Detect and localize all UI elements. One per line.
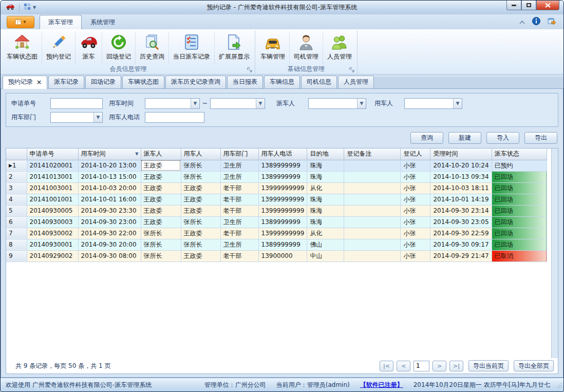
cell-remark[interactable] (344, 160, 401, 171)
cell-user[interactable]: 王政委 (181, 182, 220, 194)
cell-dispatcher[interactable]: 张所长 (141, 239, 181, 250)
col-header-order-no[interactable]: 申请单号 (27, 148, 78, 160)
cell-registrar[interactable]: 小张 (401, 171, 430, 182)
chevron-down-icon[interactable]: ▼ (453, 99, 462, 108)
cell-dept[interactable]: 老干部 (220, 228, 258, 239)
cell-destination[interactable]: 珠海 (307, 194, 344, 205)
doc-tab-5[interactable]: 当日报表 (227, 76, 263, 88)
cell-dispatcher[interactable]: 张所长 (141, 228, 181, 239)
cell-order-no[interactable]: 20141001001 (27, 194, 78, 205)
doc-tab-2[interactable]: 回场记录 (85, 76, 121, 88)
doc-tab-0[interactable]: 预约记录× (3, 76, 47, 89)
cell-use-time[interactable]: 2014-10-13 15:00 (78, 171, 141, 182)
cell-user[interactable]: 王政委 (181, 250, 220, 262)
doc-tab-8[interactable]: 人员管理 (338, 76, 374, 88)
table-row-8[interactable]: 8201409300012014-09-30 20:00张所长张所长卫生所138… (6, 239, 547, 250)
phone-input[interactable] (145, 112, 204, 123)
chevron-down-icon[interactable]: ▼ (357, 99, 366, 108)
new-button[interactable]: 新建 (448, 132, 481, 144)
cell-accept-time[interactable]: 2014-09-30 23:05 (430, 216, 492, 228)
cell-phone[interactable]: 1389999999 (258, 171, 307, 182)
cell-use-time[interactable]: 2014-09-30 23:00 (78, 216, 141, 228)
row-number[interactable]: 5 (6, 205, 27, 216)
cell-status[interactable]: 已回场 (492, 228, 547, 239)
table-row-6[interactable]: 6201409300032014-09-30 23:00王政委张所长卫生所138… (6, 216, 547, 228)
use-time-from-input[interactable] (145, 99, 191, 108)
export-current-page-button[interactable]: 导出当前页 (468, 360, 509, 371)
row-number[interactable]: 4 (6, 194, 27, 205)
table-row-1[interactable]: ▶1201410200012014-10-20 13:00王政委张所长卫生所13… (6, 160, 547, 171)
cell-destination[interactable]: 珠海 (307, 160, 344, 171)
cell-registrar[interactable]: 小张 (401, 194, 430, 205)
row-number[interactable]: 8 (6, 239, 27, 250)
close-button[interactable] (536, 1, 559, 10)
cell-phone[interactable]: 1389999999 (258, 216, 307, 228)
cell-phone[interactable]: 13999999999 (258, 228, 307, 239)
cell-dispatcher[interactable]: 王政委 (141, 160, 181, 171)
cell-dept[interactable]: 老干部 (220, 250, 258, 262)
cell-destination[interactable]: 从化 (307, 182, 344, 194)
export-all-pages-button[interactable]: 导出全部页 (514, 360, 554, 371)
cell-order-no[interactable]: 20141013001 (27, 171, 78, 182)
cell-remark[interactable] (344, 194, 401, 205)
cell-accept-time[interactable]: 2014-10-13 09:34 (430, 171, 492, 182)
cell-registrar[interactable]: 小张 (401, 250, 430, 262)
collapse-ribbon-chevron-icon[interactable] (519, 18, 525, 26)
dispatcher-combo[interactable]: ▼ (308, 98, 366, 109)
cell-user[interactable]: 王政委 (181, 205, 220, 216)
cell-phone[interactable]: 13999999999 (258, 182, 307, 194)
col-header-status[interactable]: 派车状态 (492, 148, 547, 160)
dispatcher-input[interactable] (309, 99, 357, 108)
cell-use-time[interactable]: 2014-10-20 13:00 (78, 160, 141, 171)
cell-dept[interactable]: 卫生所 (220, 160, 258, 171)
row-number[interactable]: ▶1 (6, 160, 27, 171)
row-number[interactable]: 7 (6, 228, 27, 239)
cell-dispatcher[interactable]: 张所长 (141, 250, 181, 262)
cell-accept-time[interactable]: 2014-09-30 23:14 (430, 205, 492, 216)
page-number-input[interactable] (413, 361, 429, 371)
dept-input[interactable] (51, 113, 93, 122)
table-row-5[interactable]: 5201409300052014-09-30 23:30王政委王政委老干部139… (6, 205, 547, 216)
col-header-remark[interactable]: 登记备注 (344, 148, 401, 160)
cell-registrar[interactable]: 小张 (401, 160, 430, 171)
row-number[interactable]: 9 (6, 250, 27, 262)
row-number[interactable]: 6 (6, 216, 27, 228)
cell-dept[interactable]: 老干部 (220, 182, 258, 194)
chevron-down-icon[interactable]: ▼ (256, 99, 265, 108)
cell-destination[interactable]: 从化 (307, 228, 344, 239)
cell-user[interactable]: 张所长 (181, 216, 220, 228)
cell-registrar[interactable]: 小张 (401, 182, 430, 194)
ribbon-button-dispatch[interactable]: 派车 (76, 31, 102, 65)
doc-tab-3[interactable]: 车辆状态图 (122, 76, 164, 88)
table-row-3[interactable]: 3201410030012014-10-03 20:00王政委王政委老干部139… (6, 182, 547, 194)
license-registered-link[interactable]: 【软件已注册】 (360, 381, 403, 389)
cell-remark[interactable] (344, 216, 401, 228)
order-no-input[interactable] (50, 98, 103, 109)
row-selector-header[interactable] (6, 148, 27, 160)
next-page-button[interactable]: > (433, 361, 446, 371)
query-button[interactable]: 查询 (410, 132, 443, 144)
cell-order-no[interactable]: 20140929002 (27, 250, 78, 262)
doc-tab-6[interactable]: 车辆信息 (264, 76, 300, 88)
cell-accept-time[interactable]: 2014-09-30 09:17 (430, 239, 492, 250)
import-button[interactable]: 导入 (486, 132, 519, 144)
row-number[interactable]: 3 (6, 182, 27, 194)
vertical-scrollbar[interactable] (551, 148, 558, 358)
cell-order-no[interactable]: 20141020001 (27, 160, 78, 171)
cell-dept[interactable]: 卫生所 (220, 239, 258, 250)
cell-registrar[interactable]: 小张 (401, 205, 430, 216)
cell-dept[interactable]: 卫生所 (220, 171, 258, 182)
col-header-destination[interactable]: 目的地 (307, 148, 344, 160)
cell-destination[interactable]: 中山 (307, 250, 344, 262)
cell-dept[interactable]: 老干部 (220, 205, 258, 216)
doc-tab-7[interactable]: 司机信息 (301, 76, 337, 88)
cell-destination[interactable]: 珠海 (307, 171, 344, 182)
col-header-phone[interactable]: 用车人电话 (258, 148, 307, 160)
table-row-9[interactable]: 9201409290022014-09-30 08:00张所长王政委老干部139… (6, 250, 547, 262)
cell-order-no[interactable]: 20140930003 (27, 216, 78, 228)
dialog-launcher-icon[interactable] (247, 66, 252, 72)
cell-use-time[interactable]: 2014-09-30 08:00 (78, 250, 141, 262)
info-icon[interactable] (532, 17, 540, 27)
ribbon-button-today-dispatch-records[interactable]: 当日派车记录 (169, 31, 215, 65)
switch-window-icon[interactable] (548, 17, 556, 27)
